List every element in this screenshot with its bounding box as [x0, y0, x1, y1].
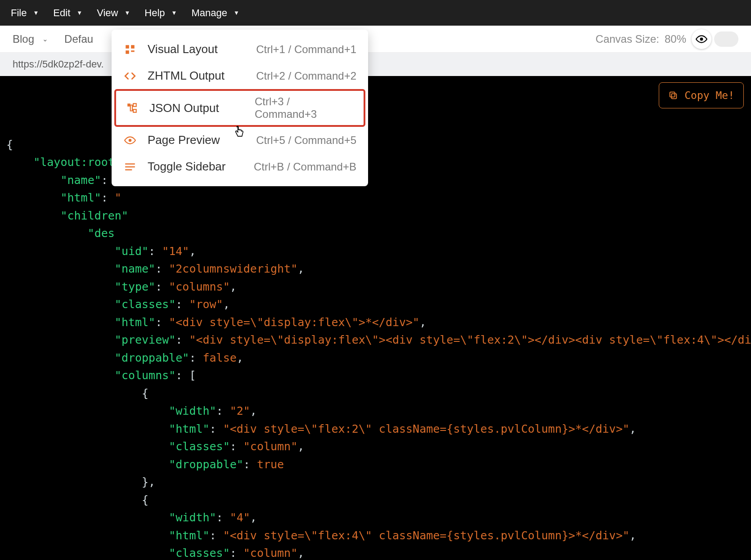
- canvas-size-control: Canvas Size:80%: [596, 29, 738, 49]
- layout-dropdown[interactable]: Defau: [64, 33, 93, 45]
- svg-rect-6: [131, 50, 135, 52]
- chevron-down-icon: ▼: [124, 9, 130, 16]
- svg-rect-3: [126, 45, 129, 49]
- menu-label: Manage: [191, 7, 227, 19]
- layout-dropdown-label: Defau: [64, 33, 93, 45]
- view-menu-item-shortcut: Ctrl+3 / Command+3: [255, 95, 355, 121]
- copy-button[interactable]: Copy Me!: [659, 82, 744, 108]
- url-text: https://5dk0zp2f-dev.: [13, 58, 104, 70]
- view-menu-item-label: ZHTML Output: [148, 69, 242, 83]
- menu-manage[interactable]: Manage▼: [185, 4, 245, 22]
- eye-icon: [123, 134, 137, 147]
- chevron-down-icon: ▼: [76, 9, 82, 16]
- menu-help[interactable]: Help▼: [138, 4, 183, 22]
- project-dropdown[interactable]: Blog ⌄: [13, 33, 48, 45]
- view-menu-item-label: Page Preview: [148, 133, 242, 147]
- view-menu-visual-layout[interactable]: Visual Layout Ctrl+1 / Command+1: [112, 36, 368, 63]
- eye-icon: [696, 33, 707, 45]
- svg-point-10: [129, 139, 132, 142]
- chevron-down-icon: ▼: [33, 9, 39, 16]
- copy-button-label: Copy Me!: [684, 87, 734, 103]
- view-menu-item-label: Visual Layout: [148, 42, 242, 56]
- svg-rect-4: [131, 45, 135, 49]
- canvas-size-value: 80%: [665, 33, 686, 45]
- view-menu-item-shortcut: Ctrl+5 / Command+5: [256, 134, 356, 147]
- view-menu-item-shortcut: Ctrl+1 / Command+1: [256, 43, 356, 56]
- menu-file[interactable]: File▼: [4, 4, 45, 22]
- menu-label: Edit: [53, 7, 70, 19]
- svg-rect-1: [672, 94, 677, 99]
- menu-edit[interactable]: Edit▼: [47, 4, 89, 22]
- sidebar-icon: [123, 160, 137, 174]
- chevron-down-icon: ▼: [234, 9, 239, 16]
- code-text: { "layout:root:default": { "name": "html…: [6, 136, 745, 560]
- preview-toggle-track[interactable]: [714, 31, 738, 47]
- chevron-down-icon: ⌄: [42, 35, 48, 43]
- menu-label: File: [11, 7, 27, 19]
- menu-label: View: [97, 7, 118, 19]
- view-menu-json-output[interactable]: JSON Output Ctrl+3 / Command+3: [114, 89, 365, 127]
- svg-rect-9: [133, 109, 136, 112]
- project-dropdown-label: Blog: [13, 33, 34, 45]
- code-icon: [123, 69, 137, 83]
- svg-rect-5: [126, 50, 129, 54]
- menubar: File▼ Edit▼ View▼ Help▼ Manage▼: [0, 0, 751, 26]
- svg-rect-8: [133, 103, 136, 107]
- view-menu-item-label: JSON Output: [149, 101, 244, 115]
- svg-rect-2: [670, 92, 675, 97]
- grid-icon: [123, 43, 137, 56]
- copy-icon: [668, 90, 678, 100]
- view-menu-toggle-sidebar[interactable]: Toggle Sidebar Ctrl+B / Command+B: [112, 153, 368, 180]
- tree-icon: [125, 101, 139, 115]
- view-menu-item-label: Toggle Sidebar: [148, 160, 242, 174]
- view-menu-item-shortcut: Ctrl+2 / Command+2: [256, 70, 356, 82]
- preview-toggle[interactable]: [692, 29, 711, 49]
- view-menu-dropdown: Visual Layout Ctrl+1 / Command+1 ZHTML O…: [112, 30, 368, 186]
- svg-point-0: [700, 37, 703, 40]
- menu-view[interactable]: View▼: [90, 4, 136, 22]
- canvas-size-label: Canvas Size:: [596, 33, 659, 45]
- view-menu-item-shortcut: Ctrl+B / Command+B: [254, 161, 356, 173]
- view-menu-zhtml-output[interactable]: ZHTML Output Ctrl+2 / Command+2: [112, 63, 368, 89]
- chevron-down-icon: ▼: [171, 9, 177, 16]
- view-menu-page-preview[interactable]: Page Preview Ctrl+5 / Command+5: [112, 127, 368, 153]
- menu-label: Help: [144, 7, 165, 19]
